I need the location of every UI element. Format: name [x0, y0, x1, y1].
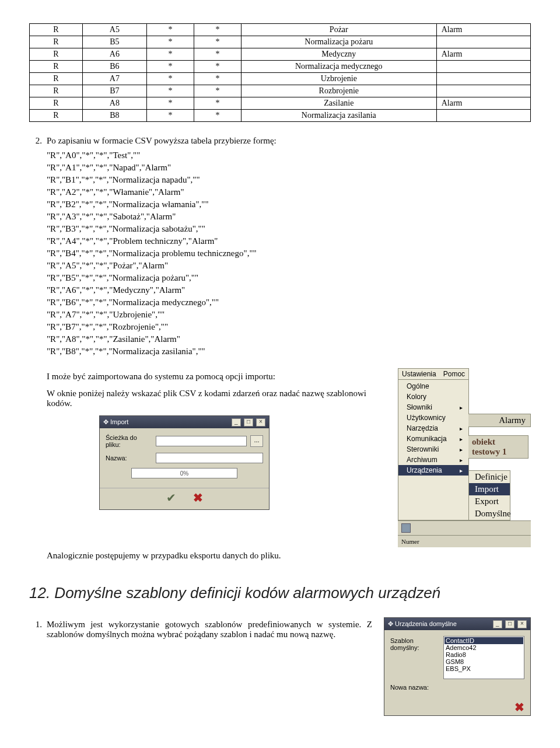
submenu-item[interactable]: Export: [469, 495, 510, 508]
menu-header: Ustawienia Pomoc: [398, 369, 468, 380]
template-listbox[interactable]: ContactIDAdemco42Radio8GSM8EBS_PX: [443, 636, 524, 679]
menu-ustawienia[interactable]: Ustawienia: [402, 370, 436, 378]
step-number: 1.: [29, 620, 47, 630]
cell: Rozbrojenie: [241, 85, 436, 97]
table-row: RA6**MedycznyAlarm: [30, 48, 531, 61]
cell: Pożar: [241, 24, 436, 36]
submenu-urzadzenia: DefinicjeImportExportDomyślne: [468, 470, 510, 520]
step-number: 2.: [29, 136, 47, 146]
cell: Alarm: [436, 48, 530, 61]
cell: Normalizacja medycznego: [241, 61, 436, 73]
cell: R: [30, 73, 83, 85]
numer-label: Numer: [398, 535, 531, 547]
cell: B8: [82, 110, 146, 122]
dialog-title: ✥ Urządzenia domyślne: [388, 620, 457, 628]
menu-item[interactable]: Użytkownicy: [398, 413, 468, 423]
cell: R: [30, 48, 83, 61]
listbox-option[interactable]: Radio8: [444, 651, 523, 658]
cell: R: [30, 24, 83, 36]
side-label-alarmy: Alarmy: [468, 414, 531, 427]
new-name-label: Nowa nazwa:: [390, 683, 440, 691]
cell: B5: [82, 36, 146, 48]
cell: *: [194, 73, 241, 85]
cell: Alarm: [436, 97, 530, 110]
dialog-titlebar: ✥ Urządzenia domyślne _ □ ×: [384, 618, 530, 630]
table-row: RB8**Normalizacja zasilania: [30, 110, 531, 122]
minimize-button[interactable]: _: [232, 418, 241, 427]
dialog-titlebar: ✥ Import _ □ ×: [100, 416, 269, 428]
chevron-right-icon: ▸: [460, 457, 463, 463]
close-button[interactable]: ×: [517, 620, 527, 628]
toolbar-icon[interactable]: [401, 523, 411, 533]
cell: *: [194, 24, 241, 36]
cell: A5: [82, 24, 146, 36]
cell: Normalizacja pożaru: [241, 36, 436, 48]
listbox-option[interactable]: ContactID: [444, 637, 523, 644]
name-label: Nazwa:: [106, 455, 152, 462]
export-note: Analogicznie postępujemy w przypadku eks…: [47, 551, 531, 561]
cell: Uzbrojenie: [241, 73, 436, 85]
menu-item[interactable]: Archiwum▸: [398, 455, 468, 465]
cell: *: [147, 97, 194, 110]
table-row: RA8**ZasilanieAlarm: [30, 97, 531, 110]
step-12-1: 1. Możliwym jest wykorzystanie gotowych …: [29, 620, 372, 639]
section-12-heading: 12. Domyślne szablony definicji kodów al…: [29, 584, 531, 602]
chevron-right-icon: ▸: [460, 446, 463, 453]
table-row: RB6**Normalizacja medycznego: [30, 61, 531, 73]
listbox-option[interactable]: Ademco42: [444, 644, 523, 651]
cancel-button[interactable]: ✖: [512, 700, 527, 714]
path-input[interactable]: [156, 436, 247, 446]
cell: [436, 110, 530, 122]
cell: *: [147, 36, 194, 48]
submenu-item[interactable]: Import: [469, 483, 510, 495]
browse-button[interactable]: ...: [250, 435, 263, 447]
menu-pomoc[interactable]: Pomoc: [443, 370, 465, 378]
menu-item[interactable]: Komunikacja▸: [398, 434, 468, 444]
import-intro-2: W oknie poniżej należy wskazać plik CSV …: [47, 389, 391, 408]
cell: Zasilanie: [241, 97, 436, 110]
cell: [436, 85, 530, 97]
step-2: 2. Po zapisaniu w formacie CSV powyższa …: [29, 136, 531, 146]
import-icon: ✥: [103, 418, 108, 425]
ok-button[interactable]: ✔: [163, 491, 178, 505]
maximize-button[interactable]: □: [505, 620, 514, 628]
cell: R: [30, 85, 83, 97]
window-buttons: _ □ ×: [492, 620, 527, 628]
table-row: RB5**Normalizacja pożaru: [30, 36, 531, 48]
cell: *: [194, 61, 241, 73]
menu-item[interactable]: Narzędzia▸: [398, 423, 468, 434]
listbox-option[interactable]: EBS_PX: [444, 665, 523, 672]
cell: [436, 61, 530, 73]
cell: A8: [82, 97, 146, 110]
cancel-button[interactable]: ✖: [190, 491, 205, 505]
dialog-title: ✥ Import: [103, 418, 128, 426]
menu-item[interactable]: Słowniki▸: [398, 402, 468, 413]
minimize-button[interactable]: _: [493, 620, 502, 628]
cell: A7: [82, 73, 146, 85]
chevron-right-icon: ▸: [460, 404, 463, 411]
menu-item[interactable]: Kolory: [398, 392, 468, 402]
name-input[interactable]: [156, 453, 263, 463]
step-text: Po zapisaniu w formacie CSV powyższa tab…: [47, 136, 531, 146]
cell: Alarm: [436, 24, 530, 36]
maximize-button[interactable]: □: [244, 418, 253, 427]
table-row: RB7**Rozbrojenie: [30, 85, 531, 97]
cell: A6: [82, 48, 146, 61]
listbox-option[interactable]: GSM8: [444, 658, 523, 665]
progress-bar: 0%: [131, 468, 237, 478]
cell: *: [147, 85, 194, 97]
cell: R: [30, 110, 83, 122]
chevron-right-icon: ▸: [460, 436, 463, 442]
cell: *: [147, 61, 194, 73]
menu-item[interactable]: Urządzenia▸: [398, 465, 468, 476]
menu-item[interactable]: Ogólne: [398, 381, 468, 392]
import-dialog: ✥ Import _ □ × Ścieżka do pliku: ... Naz…: [99, 415, 270, 510]
submenu-item[interactable]: Domyślne: [469, 508, 510, 520]
cell: *: [147, 48, 194, 61]
close-button[interactable]: ×: [256, 418, 265, 427]
submenu-item[interactable]: Definicje: [469, 471, 510, 483]
menu-item[interactable]: Sterowniki▸: [398, 444, 468, 455]
cell: *: [194, 97, 241, 110]
cell: R: [30, 97, 83, 110]
cell: Medyczny: [241, 48, 436, 61]
